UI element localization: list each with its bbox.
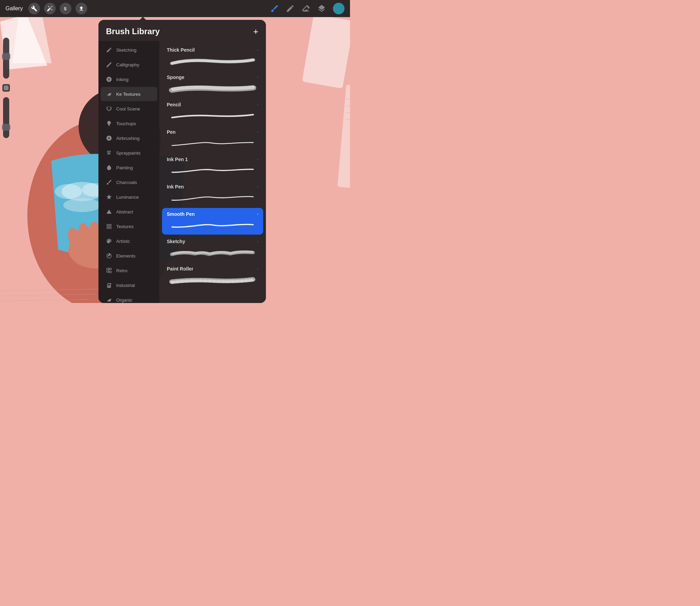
- brush-item-smooth-pen[interactable]: Smooth Pen ›: [162, 208, 263, 235]
- magic-wand-icon-button[interactable]: [44, 3, 56, 14]
- wrench-icon-button[interactable]: [28, 3, 40, 14]
- brush-stroke-preview: [167, 274, 258, 287]
- brush-arrow-icon: ›: [257, 130, 258, 134]
- brush-stroke-preview: [167, 55, 258, 68]
- layers-tool-icon: [317, 4, 326, 13]
- triangle-icon: [105, 208, 113, 215]
- gallery-label[interactable]: Gallery: [5, 5, 23, 12]
- category-label: Elements: [116, 253, 135, 259]
- add-brush-button[interactable]: +: [253, 27, 258, 36]
- eraser-tool-button[interactable]: [301, 4, 310, 13]
- sketchbook-icon-button[interactable]: S: [60, 3, 71, 14]
- brush-name: Thick Pencil: [167, 47, 195, 53]
- brush-item-sponge[interactable]: Sponge ›: [162, 71, 263, 98]
- brush-tool-button[interactable]: [270, 4, 279, 13]
- sidebar-item-calligraphy[interactable]: Calligraphy: [100, 57, 157, 72]
- svg-text:S: S: [64, 6, 66, 11]
- panel-pointer: [139, 17, 146, 20]
- industrial-icon: [105, 281, 113, 289]
- category-label: Calligraphy: [116, 62, 139, 67]
- calligraphy-icon: [105, 61, 113, 68]
- sidebar-item-inking[interactable]: Inking: [100, 72, 157, 87]
- sidebar-item-cool-scene[interactable]: Cool Scene: [100, 102, 157, 116]
- sidebar-item-painting[interactable]: Painting: [100, 160, 157, 175]
- brush-stroke-preview: [167, 164, 258, 177]
- sidebar-item-textures[interactable]: Textures: [100, 219, 157, 234]
- brush-item-header: Smooth Pen ›: [167, 211, 258, 217]
- wrench-icon: [31, 5, 37, 12]
- brush-item-ink-pen-1[interactable]: Ink Pen 1 ›: [162, 153, 263, 180]
- brush-name: Ink Pen: [167, 184, 184, 189]
- category-list: Sketching Calligraphy Inking Ke Textures…: [98, 41, 159, 303]
- sidebar-item-airbrushing[interactable]: Airbrushing: [100, 131, 157, 145]
- brush-arrow-icon: ›: [257, 157, 258, 162]
- color-picker-swatch[interactable]: [2, 84, 10, 92]
- sidebar-item-elements[interactable]: Elements: [100, 249, 157, 263]
- brush-item-pencil[interactable]: Pencil ›: [162, 98, 263, 125]
- brush-stroke-preview: [167, 219, 258, 232]
- brush-library-panel: Brush Library + Sketching Calligraphy In…: [98, 20, 266, 303]
- brush-name: Smooth Pen: [167, 211, 195, 217]
- brush-stroke-preview: [167, 246, 258, 259]
- category-label: Inking: [116, 77, 129, 82]
- brush-name: Sketchy: [167, 239, 185, 244]
- brush-stroke-preview: [167, 109, 258, 122]
- category-label: Charcoals: [116, 180, 137, 185]
- sidebar-item-organic[interactable]: Organic: [100, 293, 157, 303]
- brush-arrow-icon: ›: [257, 266, 258, 271]
- layers-tool-button[interactable]: [317, 4, 326, 13]
- sidebar-item-abstract[interactable]: Abstract: [100, 205, 157, 219]
- pen-tool-button[interactable]: [286, 4, 295, 13]
- category-label: Retro: [116, 268, 127, 273]
- top-bar-left: Gallery S: [5, 3, 87, 14]
- opacity-slider[interactable]: [3, 38, 9, 79]
- brush-name: Pencil: [167, 102, 181, 107]
- category-label: Luminance: [116, 195, 139, 200]
- magic-wand-icon: [47, 5, 53, 12]
- sidebar-item-spraypaints[interactable]: Spraypaints: [100, 146, 157, 160]
- sidebar-item-charcoals[interactable]: Charcoals: [100, 175, 157, 189]
- brush-item-header: Thick Pencil ›: [167, 47, 258, 53]
- category-label: Touchups: [116, 121, 136, 126]
- sidebar-item-retro[interactable]: Retro: [100, 263, 157, 278]
- sidebar-item-industrial[interactable]: Industrial: [100, 278, 157, 292]
- export-icon: [78, 5, 84, 12]
- brush-item-thick-pencil[interactable]: Thick Pencil ›: [162, 44, 263, 70]
- pencil-icon: [105, 46, 113, 54]
- brush-item-header: Sketchy ›: [167, 239, 258, 244]
- brush-stroke-preview: [167, 192, 258, 205]
- brush-item-ink-pen[interactable]: Ink Pen ›: [162, 181, 263, 207]
- sidebar-item-sketching[interactable]: Sketching: [100, 43, 157, 57]
- export-icon-button[interactable]: [76, 3, 87, 14]
- category-label: Textures: [116, 224, 134, 229]
- panel-body: Sketching Calligraphy Inking Ke Textures…: [98, 41, 266, 303]
- retro-icon: [105, 267, 113, 274]
- brush-item-header: Ink Pen 1 ›: [167, 157, 258, 162]
- brush-stroke-preview: [167, 137, 258, 150]
- brush-item-header: Pencil ›: [167, 102, 258, 107]
- size-slider[interactable]: [3, 97, 9, 138]
- opacity-slider-handle[interactable]: [2, 53, 10, 60]
- brush-arrow-icon: ›: [257, 75, 258, 80]
- category-label: Abstract: [116, 209, 133, 214]
- sidebar-item-luminance[interactable]: Luminance: [100, 190, 157, 204]
- svg-marker-27: [107, 210, 112, 214]
- category-label: Artistic: [116, 239, 130, 244]
- yin-yang-icon: [105, 252, 113, 260]
- category-label: Cool Scene: [116, 106, 140, 111]
- sidebar-item-touchups[interactable]: Touchups: [100, 116, 157, 131]
- user-avatar[interactable]: [333, 3, 345, 14]
- size-slider-handle[interactable]: [2, 124, 10, 131]
- spray-icon: [105, 149, 113, 157]
- top-bar-right: [270, 3, 345, 14]
- ink-drop-icon: [105, 76, 113, 83]
- brush-item-paint-roller[interactable]: Paint Roller ›: [162, 263, 263, 289]
- category-label: Airbrushing: [116, 136, 139, 141]
- brush-item-sketchy[interactable]: Sketchy ›: [162, 235, 263, 262]
- bulb-icon: [105, 120, 113, 127]
- sketchbook-icon: S: [63, 5, 69, 12]
- brush-item-pen[interactable]: Pen ›: [162, 126, 263, 153]
- brush-arrow-icon: ›: [257, 212, 258, 216]
- sidebar-item-artistic[interactable]: Artistic: [100, 234, 157, 248]
- sidebar-item-ke-textures[interactable]: Ke Textures: [100, 87, 157, 101]
